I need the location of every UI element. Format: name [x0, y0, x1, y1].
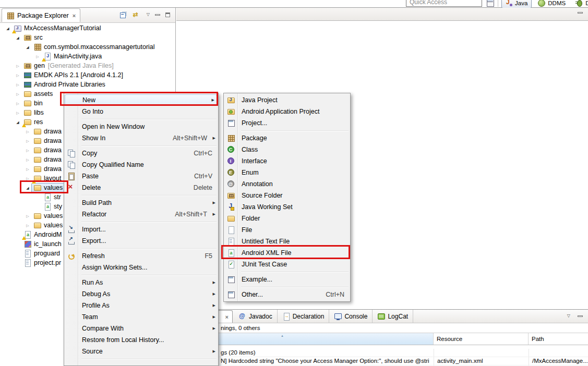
submenu-item[interactable]: Package ▶ — [224, 132, 350, 144]
perspective-ddms-button[interactable]: DDMS — [535, 0, 569, 8]
tree-item[interactable]: src — [0, 33, 175, 42]
tree-twistie-icon[interactable] — [34, 51, 41, 62]
collapse-all-icon[interactable] — [119, 10, 128, 19]
context-menu-item[interactable]: Assign Working Sets... ▶ — [64, 262, 218, 273]
submenu-item[interactable]: JUnit Test Case ▶ — [224, 259, 350, 270]
context-menu-item[interactable]: Delete Delete ▶ — [64, 182, 218, 193]
minimize-icon[interactable] — [578, 12, 583, 14]
context-menu-item[interactable]: Paste Ctrl+V ▶ — [64, 170, 218, 182]
context-menu-item[interactable]: Open in New Window ▶ — [64, 121, 218, 132]
submenu-item[interactable]: Interface ▶ — [224, 155, 350, 167]
tree-twistie-icon[interactable] — [24, 145, 31, 155]
context-menu-item[interactable]: Refresh F5 ▶ — [64, 250, 218, 262]
close-icon[interactable]: × — [225, 314, 229, 320]
perspective-java-button[interactable]: Java — [501, 0, 532, 8]
tree-item[interactable]: com.symbol.mxaccessmanagertutorial — [0, 42, 175, 52]
table-row[interactable]: N] Hardcoded string "Choose your Access … — [176, 357, 588, 365]
context-menu-item[interactable]: Profile As ▶ — [64, 300, 218, 311]
context-menu-item[interactable]: Build Path ▶ — [64, 197, 218, 209]
tree-twistie-icon[interactable] — [24, 164, 31, 174]
view-menu-icon[interactable]: ▽ — [567, 313, 570, 319]
perspective-debug-button[interactable]: Debu — [572, 0, 588, 8]
bottom-view-tab[interactable]: LogCat — [373, 310, 413, 323]
context-menu-item[interactable]: Compare With ▶ — [64, 323, 218, 334]
column-header-path[interactable]: Path — [529, 333, 588, 345]
tab-icon — [377, 312, 386, 321]
tree-item[interactable]: gen [Generated Java Files] — [0, 61, 175, 70]
menu-item-label: Open in New Window — [78, 123, 215, 130]
menu-item-icon — [64, 184, 78, 192]
tree-twistie-icon[interactable] — [14, 117, 21, 127]
context-menu-item[interactable]: Debug As ▶ — [64, 288, 218, 300]
tree-twistie-icon[interactable] — [14, 107, 21, 118]
minimize-icon[interactable] — [578, 315, 583, 317]
tree-twistie-icon[interactable] — [24, 42, 31, 52]
context-menu-item[interactable]: Show In Alt+Shift+W ▶ — [64, 132, 218, 144]
submenu-item[interactable]: Android XML File ▶ — [224, 247, 350, 259]
tree-twistie-icon[interactable] — [14, 79, 21, 90]
menu-item-label: Android Application Project — [238, 108, 347, 115]
quick-access-input[interactable]: Quick Access — [406, 0, 482, 7]
tree-twistie-icon[interactable] — [14, 70, 21, 80]
submenu-item[interactable]: Example... ▶ — [224, 274, 350, 285]
tree-twistie-icon[interactable] — [14, 98, 21, 108]
submenu-item[interactable]: Java Working Set ▶ — [224, 201, 350, 213]
tree-item-icon — [33, 137, 42, 145]
warning-overlay-icon — [22, 124, 26, 127]
context-menu-item[interactable]: New ▶ — [65, 94, 217, 106]
tree-twistie-icon[interactable] — [24, 182, 31, 193]
submenu-item[interactable]: Folder ▶ — [224, 213, 350, 224]
submenu-item[interactable]: Untitled Text File ▶ — [224, 236, 350, 247]
tree-twistie-icon[interactable] — [24, 220, 31, 230]
context-menu-item[interactable]: Restore from Local History... ▶ — [64, 334, 218, 346]
bottom-view-tab[interactable]: Console — [329, 310, 373, 323]
context-menu-item[interactable]: Source ▶ — [64, 346, 218, 357]
context-menu-item[interactable]: Go Into ▶ — [64, 106, 218, 117]
menu-item-label: Class — [238, 146, 347, 153]
tree-twistie-icon[interactable] — [24, 136, 31, 146]
bottom-tab-bar: × Javadoc Declaration Console LogCat — [176, 310, 588, 323]
bottom-view-tab[interactable]: Declaration — [278, 310, 330, 323]
tree-item-label: project.pr — [34, 259, 61, 266]
submenu-item[interactable]: Source Folder ▶ — [224, 190, 350, 201]
tree-twistie-icon[interactable] — [4, 23, 11, 33]
tree-item[interactable]: MxAccessManagerTutorial — [0, 23, 175, 33]
context-menu-item[interactable]: Refactor Alt+Shift+T ▶ — [64, 209, 218, 220]
minimize-icon[interactable] — [155, 14, 160, 16]
context-menu-item[interactable]: Export... ▶ — [64, 235, 218, 247]
column-header-resource[interactable]: Resource — [434, 333, 529, 345]
context-menu-item[interactable]: Import... ▶ — [64, 224, 218, 235]
package-explorer-tab[interactable]: Package Explorer × — [2, 8, 80, 22]
link-with-editor-icon[interactable] — [133, 10, 141, 19]
tree-twistie-icon[interactable] — [14, 89, 21, 99]
tree-twistie-icon[interactable] — [24, 154, 31, 165]
close-icon[interactable]: × — [73, 13, 76, 19]
tree-item[interactable]: Android Private Libraries — [0, 80, 175, 89]
submenu-item[interactable]: Other... Ctrl+N ▶ — [224, 289, 350, 300]
context-menu-item[interactable]: Team ▶ — [64, 311, 218, 323]
submenu-item[interactable]: Annotation ▶ — [224, 178, 350, 190]
submenu-item[interactable]: Enum ▶ — [224, 167, 350, 178]
main-toolbar: Quick Access Java DDMS Debu — [0, 0, 588, 8]
maximize-icon[interactable] — [165, 13, 170, 17]
tree-item-icon — [23, 240, 32, 248]
tree-twistie-icon[interactable] — [24, 173, 31, 184]
tree-twistie-icon[interactable] — [24, 126, 31, 137]
open-perspective-icon[interactable] — [486, 0, 495, 7]
context-menu-item[interactable]: Copy Qualified Name ▶ — [64, 159, 218, 170]
view-menu-icon[interactable]: ▽ — [147, 12, 150, 17]
submenu-item[interactable]: Project... ▶ — [224, 117, 350, 129]
submenu-item[interactable]: Android Application Project ▶ — [224, 106, 350, 117]
tree-twistie-icon[interactable] — [14, 32, 21, 43]
context-menu-item[interactable]: Copy Ctrl+C ▶ — [64, 148, 218, 159]
table-group-row[interactable]: gs (20 items) — [176, 349, 588, 357]
submenu-item[interactable]: File ▶ — [224, 224, 350, 236]
tree-twistie-icon[interactable] — [24, 211, 31, 221]
tree-item[interactable]: EMDK APIs 2.1 [Android 4.1.2] — [0, 70, 175, 80]
context-menu-item[interactable]: Run As ▶ — [64, 277, 218, 288]
submenu-item[interactable]: Class ▶ — [224, 144, 350, 155]
tree-item[interactable]: MainActivity.java — [0, 52, 175, 61]
tree-twistie-icon[interactable] — [14, 60, 21, 71]
bottom-view-tab[interactable]: Javadoc — [234, 310, 278, 323]
submenu-item[interactable]: Java Project ▶ — [224, 94, 350, 106]
